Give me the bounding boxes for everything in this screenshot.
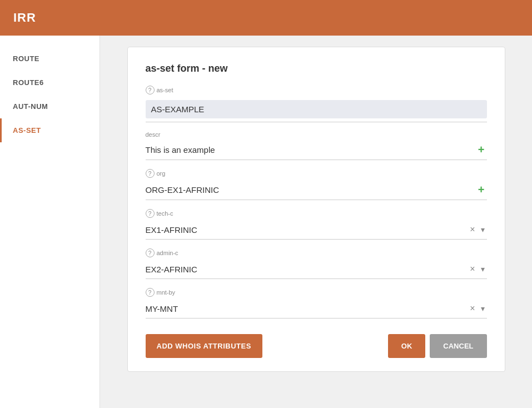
field-value-mnt-by[interactable]: MY-MNT	[146, 304, 468, 314]
sidebar-item-aut-num[interactable]: AUT-NUM	[0, 94, 100, 118]
field-group-tech-c: ?tech-cEX1-AFRINIC×▾	[146, 209, 487, 240]
field-group-org: ?orgORG-EX1-AFRINIC+	[146, 169, 487, 200]
field-group-descr: descrThis is an example+	[146, 131, 487, 160]
form-title: as-set form - new	[146, 63, 487, 74]
field-row-descr: This is an example+	[146, 140, 487, 160]
field-label-admin-c: ?admin-c	[146, 248, 487, 257]
help-icon-admin-c[interactable]: ?	[146, 248, 155, 257]
buttons-row: ADD WHOIS ATTRIBUTES OK CANCEL	[146, 334, 487, 358]
field-row-org: ORG-EX1-AFRINIC+	[146, 180, 487, 200]
help-icon-as-set[interactable]: ?	[146, 86, 155, 94]
cancel-button[interactable]: CANCEL	[430, 334, 486, 358]
field-label-mnt-by: ?mnt-by	[146, 288, 487, 297]
clear-button-mnt-by[interactable]: ×	[468, 302, 477, 315]
field-label-as-set: ?as-set	[146, 86, 487, 94]
field-group-as-set: ?as-setAS-EXAMPLE	[146, 86, 487, 122]
field-group-admin-c: ?admin-cEX2-AFRINIC×▾	[146, 248, 487, 279]
add-whois-button[interactable]: ADD WHOIS ATTRIBUTES	[146, 334, 262, 358]
field-value-org[interactable]: ORG-EX1-AFRINIC	[146, 185, 476, 195]
field-row-admin-c: EX2-AFRINIC×▾	[146, 260, 487, 279]
add-field-org[interactable]: +	[476, 183, 487, 196]
right-buttons: OK CANCEL	[388, 334, 487, 358]
field-actions-mnt-by: ×▾	[468, 302, 486, 315]
field-label-tech-c: ?tech-c	[146, 209, 487, 218]
field-row-tech-c: EX1-AFRINIC×▾	[146, 220, 487, 240]
main-content: as-set form - new ?as-setAS-EXAMPLEdescr…	[100, 36, 532, 408]
sidebar-item-route[interactable]: ROUTE	[0, 47, 100, 71]
fields-container: ?as-setAS-EXAMPLEdescrThis is an example…	[146, 86, 487, 319]
dropdown-button-tech-c[interactable]: ▾	[479, 224, 487, 235]
dropdown-button-mnt-by[interactable]: ▾	[479, 303, 487, 314]
sidebar: ROUTEROUTE6AUT-NUMAS-SET	[0, 36, 100, 408]
app-body: ROUTEROUTE6AUT-NUMAS-SET as-set form - n…	[0, 36, 532, 408]
label-text-descr: descr	[146, 131, 161, 138]
app-header: IRR	[0, 0, 532, 36]
sidebar-item-route6[interactable]: ROUTE6	[0, 71, 100, 94]
clear-button-tech-c[interactable]: ×	[468, 223, 477, 236]
label-text-org: org	[157, 170, 166, 177]
label-text-admin-c: admin-c	[157, 250, 178, 256]
field-label-descr: descr	[146, 131, 487, 138]
field-group-mnt-by: ?mnt-byMY-MNT×▾	[146, 288, 487, 319]
label-text-mnt-by: mnt-by	[157, 289, 176, 296]
dropdown-button-admin-c[interactable]: ▾	[479, 263, 487, 275]
form-card: as-set form - new ?as-setAS-EXAMPLEdescr…	[127, 47, 505, 372]
help-icon-org[interactable]: ?	[146, 169, 155, 178]
field-actions-tech-c: ×▾	[468, 223, 486, 236]
clear-button-admin-c[interactable]: ×	[468, 263, 477, 275]
field-actions-admin-c: ×▾	[468, 263, 486, 275]
help-icon-mnt-by[interactable]: ?	[146, 288, 155, 297]
add-field-descr[interactable]: +	[476, 143, 487, 156]
field-value-as-set[interactable]: AS-EXAMPLE	[146, 100, 487, 118]
field-row-mnt-by: MY-MNT×▾	[146, 299, 487, 319]
field-label-org: ?org	[146, 169, 487, 178]
field-value-admin-c[interactable]: EX2-AFRINIC	[146, 265, 468, 274]
sidebar-item-as-set[interactable]: AS-SET	[0, 118, 100, 142]
ok-button[interactable]: OK	[388, 334, 426, 358]
app-title: IRR	[13, 11, 36, 25]
field-row-as-set: AS-EXAMPLE	[146, 97, 487, 122]
field-value-tech-c[interactable]: EX1-AFRINIC	[146, 225, 468, 235]
label-text-as-set: as-set	[157, 87, 173, 93]
label-text-tech-c: tech-c	[157, 210, 173, 217]
help-icon-tech-c[interactable]: ?	[146, 209, 155, 218]
field-value-descr[interactable]: This is an example	[146, 145, 476, 155]
